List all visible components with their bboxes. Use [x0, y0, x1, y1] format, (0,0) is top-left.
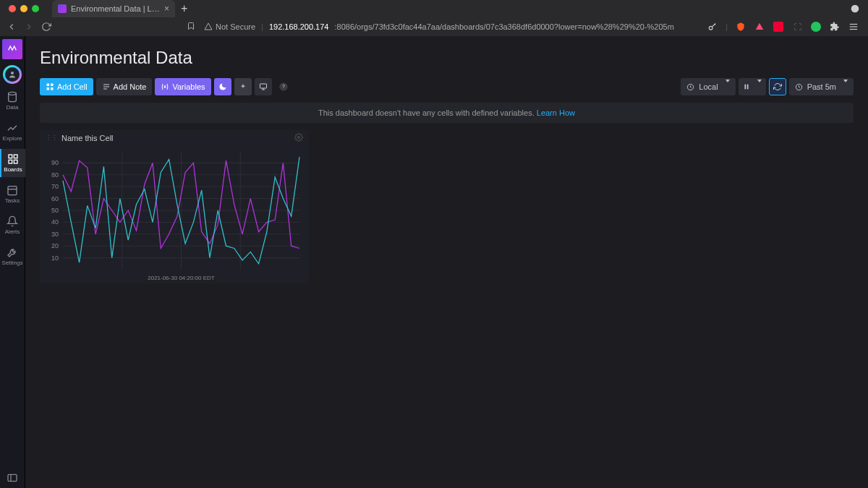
chevron-down-icon [754, 82, 762, 91]
svg-point-1 [709, 26, 712, 30]
bell-icon [7, 215, 18, 227]
minimize-window-icon[interactable] [20, 5, 27, 12]
close-window-icon[interactable] [9, 5, 16, 12]
line-chart: 1020304050607080902021-06-30 04:20:00 ED… [43, 147, 303, 283]
new-tab-button[interactable]: + [181, 2, 187, 15]
svg-point-0 [851, 5, 859, 13]
annotation-toggle[interactable] [234, 78, 252, 95]
main-content: Environmental Data Add Cell Add Note Var… [25, 36, 868, 488]
clock-icon [795, 83, 803, 91]
gear-icon [294, 133, 303, 142]
sidebar-item-settings[interactable]: Settings [0, 242, 25, 270]
help-button[interactable]: ? [275, 78, 292, 95]
not-secure-label: Not Secure [216, 22, 255, 31]
bookmark-icon[interactable] [187, 22, 195, 32]
presentation-mode-button[interactable] [255, 78, 272, 95]
wrench-icon [7, 247, 18, 258]
sidebar: Data Explore Boards Tasks Alerts Setting… [0, 36, 25, 488]
svg-text:60: 60 [51, 195, 59, 202]
timezone-select[interactable]: Local [681, 78, 735, 95]
url-path[interactable]: :8086/orgs/73fd3c0fac44a7aa/dashboards/0… [334, 22, 673, 31]
browser-right-icons: | ⛶ [707, 21, 862, 33]
svg-point-5 [11, 72, 14, 74]
shield-status-icon[interactable] [849, 3, 861, 14]
sidebar-item-data[interactable]: Data [0, 87, 25, 115]
banner-text: This dashboard doesn't have any cells wi… [318, 108, 535, 117]
dark-mode-toggle[interactable] [214, 78, 231, 95]
tab-title: Environmental Data | Losant-E… [71, 4, 160, 13]
back-button[interactable] [6, 21, 17, 33]
app-root: Data Explore Boards Tasks Alerts Setting… [0, 36, 868, 488]
user-icon [8, 70, 17, 79]
timerange-select[interactable]: Past 5m [789, 78, 854, 95]
sidebar-item-boards[interactable]: Boards [0, 149, 25, 177]
maximize-window-icon[interactable] [32, 5, 39, 12]
refresh-button[interactable] [769, 78, 786, 95]
browser-chrome: Environmental Data | Losant-E… × + Not S… [0, 0, 868, 36]
cells-grid: ⋮⋮ Name this Cell 1020304050607080902021… [25, 130, 868, 283]
question-icon: ? [278, 82, 289, 92]
grid-plus-icon [46, 82, 54, 91]
note-icon [102, 82, 111, 91]
svg-point-31 [298, 137, 300, 139]
reload-button[interactable] [41, 21, 52, 33]
favicon-icon [58, 4, 67, 13]
sidebar-item-label: Alerts [5, 228, 20, 235]
tab-strip: Environmental Data | Losant-E… × + [0, 0, 868, 17]
brave-rewards-icon[interactable] [754, 21, 765, 33]
svg-text:10: 10 [51, 254, 59, 262]
variables-button[interactable]: Variables [155, 78, 210, 95]
sidebar-item-explore[interactable]: Explore [0, 118, 25, 146]
svg-text:40: 40 [51, 218, 59, 226]
drag-handle-icon[interactable]: ⋮⋮ [46, 134, 57, 142]
svg-text:80: 80 [51, 171, 59, 179]
svg-rect-18 [51, 87, 54, 90]
pause-icon [743, 83, 750, 90]
svg-rect-9 [9, 160, 12, 163]
sidebar-item-label: Settings [2, 260, 23, 266]
chevron-down-icon [841, 82, 848, 91]
sidebar-item-label: Explore [2, 135, 22, 142]
key-icon[interactable] [707, 21, 718, 33]
not-secure-indicator[interactable]: Not Secure [204, 22, 255, 31]
svg-rect-7 [9, 155, 12, 158]
learn-how-link[interactable]: Learn How [537, 108, 575, 117]
extension-red-icon[interactable] [773, 21, 784, 33]
svg-rect-15 [47, 84, 50, 87]
svg-text:?: ? [282, 84, 285, 89]
dashboard-cell[interactable]: ⋮⋮ Name this Cell 1020304050607080902021… [40, 130, 309, 283]
timerange-label: Past 5m [807, 82, 836, 91]
brave-shield-icon[interactable] [735, 21, 746, 33]
add-cell-button[interactable]: Add Cell [40, 78, 93, 95]
svg-rect-22 [260, 84, 266, 88]
sidebar-item-label: Data [7, 104, 19, 111]
presentation-icon [259, 82, 268, 91]
window-controls[interactable] [3, 5, 45, 12]
svg-rect-28 [744, 85, 746, 90]
app-logo[interactable] [2, 39, 22, 59]
dashboard-icon [7, 153, 19, 165]
close-tab-icon[interactable]: × [164, 4, 169, 14]
sidebar-item-tasks[interactable]: Tasks [0, 180, 25, 208]
cell-title[interactable]: Name this Cell [61, 134, 114, 142]
autorefresh-pause-button[interactable] [739, 78, 766, 95]
svg-rect-11 [8, 187, 17, 195]
profile-icon[interactable] [810, 21, 822, 33]
sidebar-collapse-button[interactable] [7, 472, 18, 484]
extensions-icon[interactable] [829, 21, 841, 33]
timezone-label: Local [699, 82, 718, 91]
sidebar-item-alerts[interactable]: Alerts [0, 211, 25, 239]
calendar-icon [7, 184, 18, 196]
influx-logo-icon [7, 43, 18, 55]
refresh-icon [773, 82, 782, 91]
forward-button[interactable] [23, 21, 35, 33]
add-note-button[interactable]: Add Note [96, 78, 153, 95]
fullscreen-icon[interactable]: ⛶ [791, 21, 803, 33]
cell-settings-button[interactable] [294, 133, 303, 143]
user-avatar[interactable] [3, 65, 22, 84]
svg-text:2021-06-30 04:20:00 EDT: 2021-06-30 04:20:00 EDT [148, 275, 215, 281]
dashboard-toolbar: Add Cell Add Note Variables ? [25, 74, 868, 103]
url-host[interactable]: 192.168.200.174 [269, 22, 329, 31]
menu-icon[interactable] [848, 21, 859, 33]
browser-tab[interactable]: Environmental Data | Losant-E… × [52, 0, 175, 17]
